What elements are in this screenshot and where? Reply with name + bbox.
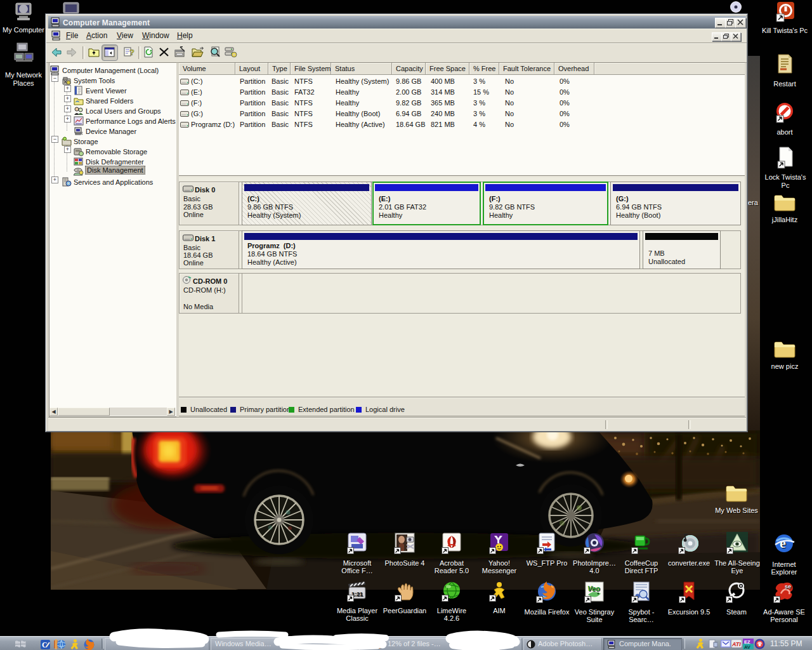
svg-text:Veo: Veo bbox=[587, 585, 600, 592]
svg-text:e: e bbox=[780, 535, 786, 551]
svg-text:se: se bbox=[785, 583, 791, 590]
svg-text:?: ? bbox=[129, 48, 134, 57]
